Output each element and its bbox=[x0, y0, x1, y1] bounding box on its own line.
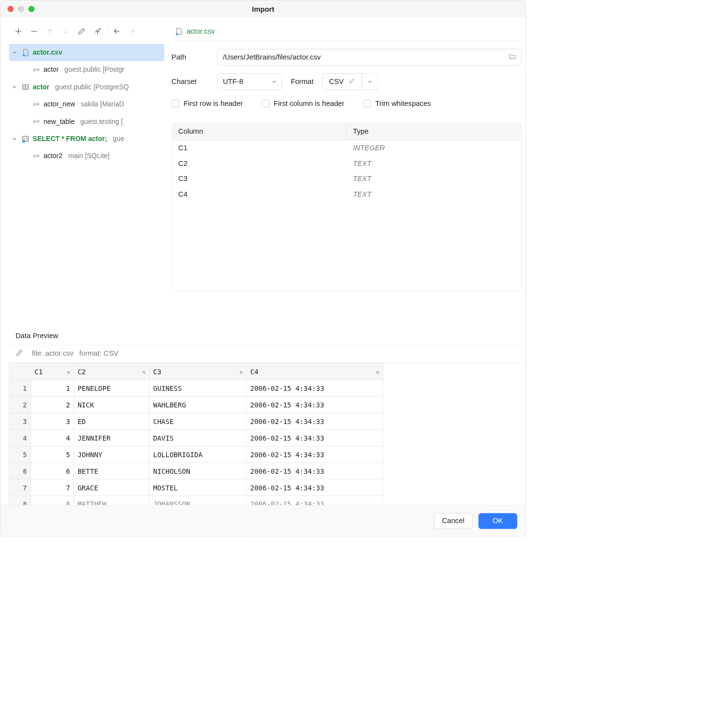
charset-combo[interactable]: UTF-8 bbox=[218, 73, 282, 90]
column-name: C4 bbox=[172, 187, 346, 202]
arrow-up-icon bbox=[46, 27, 55, 36]
edit-button[interactable] bbox=[74, 25, 89, 38]
grid-cell[interactable]: BETTE bbox=[74, 463, 149, 479]
add-button[interactable] bbox=[10, 25, 26, 38]
tree-meta: guest.public [PostgreSQ bbox=[55, 83, 129, 91]
grid-cell[interactable]: JOHNNY bbox=[74, 446, 149, 463]
grid-row[interactable]: 77GRACEMOSTEL2006-02-15 4:34:33 bbox=[9, 479, 383, 496]
tree-label: actor.csv bbox=[33, 48, 62, 56]
trim-whitespace-check[interactable]: Trim whitespaces bbox=[363, 99, 431, 107]
column-row[interactable]: C3 TEXT bbox=[172, 171, 521, 187]
grid-cell[interactable]: ED bbox=[74, 413, 149, 429]
format-value: CSV bbox=[329, 78, 344, 86]
grid-cell[interactable]: 2006-02-15 4:34:33 bbox=[246, 413, 383, 429]
grid-row[interactable]: 44JENNIFERDAVIS2006-02-15 4:34:33 bbox=[9, 429, 383, 446]
row-number: 1 bbox=[9, 380, 31, 397]
grid-cell[interactable]: 2006-02-15 4:34:33 bbox=[246, 380, 383, 397]
move-up-button[interactable] bbox=[42, 25, 58, 38]
grid-header[interactable]: C4⇅ bbox=[246, 364, 383, 380]
source-tree[interactable]: actor.csv actor guest.public [Postgr bbox=[9, 41, 164, 164]
link-icon bbox=[32, 152, 41, 161]
tree-item-file[interactable]: actor.csv bbox=[9, 44, 164, 61]
grid-header[interactable]: C2⇅ bbox=[74, 364, 149, 380]
charset-label: Charset bbox=[172, 78, 209, 86]
tree-label: actor bbox=[43, 66, 59, 74]
grid-cell[interactable]: GUINESS bbox=[149, 380, 246, 397]
grid-cell[interactable]: MOSTEL bbox=[149, 479, 246, 496]
grid-row[interactable]: 11PENELOPEGUINESS2006-02-15 4:34:33 bbox=[9, 380, 383, 397]
remove-button[interactable] bbox=[26, 25, 42, 38]
column-row[interactable]: C2 TEXT bbox=[172, 156, 521, 171]
grid-cell[interactable]: 3 bbox=[31, 413, 74, 429]
grid-cell[interactable]: 7 bbox=[31, 479, 74, 496]
arrow-right-icon bbox=[128, 27, 137, 36]
row-number: 4 bbox=[9, 429, 31, 446]
grid-cell[interactable]: 2006-02-15 4:34:33 bbox=[246, 463, 383, 479]
grid-header[interactable]: C3⇅ bbox=[149, 364, 246, 380]
folder-icon[interactable] bbox=[508, 52, 516, 62]
row-number: 2 bbox=[9, 397, 31, 413]
row-number: 6 bbox=[9, 463, 31, 479]
sort-icon: ⇅ bbox=[376, 369, 379, 375]
tree-item-leaf[interactable]: actor_new sakila [MariaD bbox=[9, 96, 164, 113]
grid-cell[interactable]: WAHLBERG bbox=[149, 397, 246, 413]
grid-cell[interactable]: 2006-02-15 4:34:33 bbox=[246, 479, 383, 496]
tree-item-leaf[interactable]: new_table guest.testing [ bbox=[9, 113, 164, 130]
first-col-header-check[interactable]: First column is header bbox=[261, 99, 344, 107]
back-button[interactable] bbox=[109, 25, 124, 38]
grid-cell[interactable]: 2006-02-15 4:34:33 bbox=[246, 397, 383, 413]
tree-item-leaf[interactable]: actor2 main [SQLite] bbox=[9, 147, 164, 164]
tree-item-table[interactable]: actor guest.public [PostgreSQ bbox=[9, 79, 164, 96]
tree-item-query[interactable]: SELECT * FROM actor; gue bbox=[9, 130, 164, 147]
columns-table[interactable]: Column Type C1 INTEGER C2 TEXT C3 TEXT bbox=[172, 122, 522, 291]
pencil-icon[interactable] bbox=[349, 78, 355, 86]
preview-grid[interactable]: C1⇅ C2⇅ C3⇅ C4⇅ 11PENELOPEGUINESS2006-02… bbox=[9, 363, 523, 513]
grid-row[interactable]: 55JOHNNYLOLLOBRIGIDA2006-02-15 4:34:33 bbox=[9, 446, 383, 463]
link-icon bbox=[32, 100, 41, 109]
grid-row[interactable]: 66BETTENICHOLSON2006-02-15 4:34:33 bbox=[9, 463, 383, 479]
grid-cell[interactable]: 4 bbox=[31, 429, 74, 446]
grid-cell[interactable]: NICHOLSON bbox=[149, 463, 246, 479]
minimize-window-button[interactable] bbox=[18, 6, 24, 12]
ok-button[interactable]: OK bbox=[478, 513, 517, 528]
path-label: Path bbox=[172, 53, 209, 61]
grid-cell[interactable]: 2006-02-15 4:34:33 bbox=[246, 429, 383, 446]
path-input[interactable]: /Users/JetBrains/files/actor.csv bbox=[218, 49, 522, 65]
grid-cell[interactable]: NICK bbox=[74, 397, 149, 413]
move-down-button[interactable] bbox=[58, 25, 74, 38]
column-row[interactable]: C4 TEXT bbox=[172, 187, 521, 202]
form: Path /Users/JetBrains/files/actor.csv Ch… bbox=[172, 41, 525, 292]
grid-cell[interactable]: 2006-02-15 4:34:33 bbox=[246, 446, 383, 463]
grid-cell[interactable]: CHASE bbox=[149, 413, 246, 429]
grid-cell[interactable]: 5 bbox=[31, 446, 74, 463]
fullscreen-window-button[interactable] bbox=[28, 6, 35, 12]
grid-cell[interactable]: DAVIS bbox=[149, 429, 246, 446]
grid-cell[interactable]: LOLLOBRIGIDA bbox=[149, 446, 246, 463]
grid-header[interactable]: C1⇅ bbox=[31, 364, 74, 380]
grid-row[interactable]: 22NICKWAHLBERG2006-02-15 4:34:33 bbox=[9, 397, 383, 413]
format-label: Format bbox=[291, 78, 314, 86]
format-dropdown-button[interactable] bbox=[362, 73, 378, 90]
file-header: actor.csv bbox=[172, 23, 525, 41]
column-row[interactable]: C1 INTEGER bbox=[172, 140, 521, 156]
grid-cell[interactable]: PENELOPE bbox=[74, 380, 149, 397]
chevron-down-icon bbox=[10, 136, 18, 141]
assign-target-button[interactable] bbox=[90, 25, 105, 38]
pencil-icon[interactable] bbox=[16, 349, 23, 358]
cancel-button[interactable]: Cancel bbox=[434, 513, 473, 528]
column-header-type: Type bbox=[346, 123, 521, 140]
sort-icon: ⇅ bbox=[67, 369, 70, 375]
format-combo[interactable]: CSV bbox=[322, 73, 378, 90]
close-window-button[interactable] bbox=[7, 6, 14, 12]
grid-row[interactable]: 33EDCHASE2006-02-15 4:34:33 bbox=[9, 413, 383, 429]
sort-icon: ⇅ bbox=[239, 369, 242, 375]
forward-button[interactable] bbox=[124, 25, 140, 38]
grid-cell[interactable]: 2 bbox=[31, 397, 74, 413]
tree-item-leaf[interactable]: actor guest.public [Postgr bbox=[9, 61, 164, 78]
grid-cell[interactable]: 6 bbox=[31, 463, 74, 479]
grid-cell[interactable]: GRACE bbox=[74, 479, 149, 496]
grid-cell[interactable]: JENNIFER bbox=[74, 429, 149, 446]
first-row-header-check[interactable]: First row is header bbox=[172, 99, 243, 107]
tree-meta: gue bbox=[113, 135, 124, 142]
grid-cell[interactable]: 1 bbox=[31, 380, 74, 397]
